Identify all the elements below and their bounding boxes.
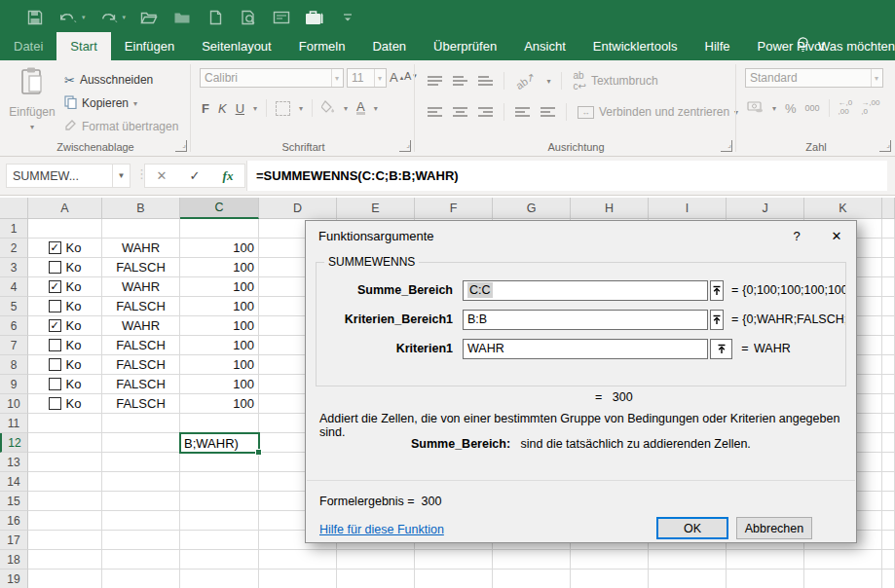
row-header-3[interactable]: 3: [0, 258, 28, 277]
cell-C4[interactable]: 100: [180, 277, 259, 297]
fill-handle[interactable]: [255, 449, 262, 456]
cell-G19[interactable]: [493, 570, 571, 588]
tab-seitenlayout[interactable]: Seitenlayout: [188, 32, 285, 60]
row-header-7[interactable]: 7: [0, 336, 28, 355]
row-header-2[interactable]: 2: [0, 239, 28, 258]
cell-B1[interactable]: [102, 219, 180, 239]
tab-ansicht[interactable]: Ansicht: [510, 32, 579, 60]
cell-A11[interactable]: [28, 414, 102, 433]
font-dialog-launcher[interactable]: ⌟: [399, 140, 411, 152]
cell-partial-1[interactable]: [882, 219, 895, 239]
active-edit-cell[interactable]: B;WAHR): [179, 432, 260, 454]
redo-chevron-icon[interactable]: ▾: [123, 14, 127, 21]
cell-C7[interactable]: 100: [180, 336, 259, 355]
cell-B10[interactable]: FALSCH: [102, 394, 180, 414]
new-document-icon[interactable]: [205, 8, 225, 27]
cell-A3[interactable]: Ko: [28, 258, 102, 277]
column-header-J[interactable]: J: [727, 198, 804, 219]
folder-icon[interactable]: [172, 8, 192, 27]
column-header-F[interactable]: F: [415, 198, 493, 219]
formula-input[interactable]: =SUMMEWENNS(C:C;B:B;WAHR): [246, 161, 887, 191]
cell-partial-18[interactable]: [882, 550, 895, 570]
cell-C9[interactable]: 100: [180, 375, 259, 394]
cell-C11[interactable]: [180, 414, 259, 433]
cell-I18[interactable]: [649, 550, 727, 570]
cell-D19[interactable]: [259, 570, 337, 588]
column-header-D[interactable]: D: [259, 198, 337, 219]
cell-B8[interactable]: FALSCH: [102, 355, 180, 375]
cell-C16[interactable]: [180, 511, 259, 531]
column-header-K[interactable]: K: [804, 198, 882, 219]
cell-A7[interactable]: Ko: [28, 336, 102, 355]
select-all-corner[interactable]: [0, 198, 28, 219]
cell-partial-16[interactable]: [882, 511, 895, 531]
cell-A13[interactable]: [28, 453, 102, 472]
clipboard-dialog-launcher[interactable]: ⌟: [175, 140, 187, 152]
column-header-C[interactable]: C: [180, 198, 259, 219]
dialog-help-button[interactable]: ?: [780, 221, 813, 250]
cell-J18[interactable]: [727, 550, 804, 570]
cell-A6[interactable]: ✓Ko: [28, 316, 102, 336]
cell-B7[interactable]: FALSCH: [102, 336, 180, 355]
cell-B17[interactable]: [102, 531, 180, 550]
row-header-17[interactable]: 17: [0, 531, 28, 550]
cell-B6[interactable]: WAHR: [102, 316, 180, 336]
cell-B18[interactable]: [102, 550, 180, 570]
cell-B19[interactable]: [102, 570, 180, 588]
cell-B4[interactable]: WAHR: [102, 277, 180, 297]
collapse-dialog-button[interactable]: [710, 310, 724, 330]
row-header-14[interactable]: 14: [0, 472, 28, 492]
column-header-B[interactable]: B: [102, 198, 180, 219]
cell-C14[interactable]: [180, 472, 259, 492]
column-header-partial[interactable]: [882, 198, 895, 219]
collapse-dialog-button[interactable]: [710, 280, 724, 301]
insert-function-button[interactable]: fx: [211, 168, 244, 184]
cell-partial-6[interactable]: [882, 316, 895, 336]
checkbox-checked[interactable]: ✓: [49, 280, 61, 293]
cell-A15[interactable]: [28, 492, 102, 511]
cell-A8[interactable]: Ko: [28, 355, 102, 375]
customize-quick-access-icon[interactable]: [338, 8, 357, 27]
cell-C15[interactable]: [180, 492, 259, 511]
cell-partial-11[interactable]: [882, 414, 895, 433]
argument-input-kriterien_bereich1[interactable]: B:B: [463, 310, 708, 330]
cell-C2[interactable]: 100: [180, 239, 259, 258]
row-header-16[interactable]: 16: [0, 511, 28, 531]
cell-F19[interactable]: [415, 570, 493, 588]
cell-partial-10[interactable]: [882, 394, 895, 414]
tab-hilfe[interactable]: Hilfe: [691, 32, 744, 60]
row-header-6[interactable]: 6: [0, 316, 28, 336]
cell-C5[interactable]: 100: [180, 297, 259, 316]
undo-chevron-icon[interactable]: ▾: [82, 14, 86, 21]
cell-partial-7[interactable]: [882, 336, 895, 355]
cell-E19[interactable]: [337, 570, 415, 588]
cell-partial-15[interactable]: [882, 492, 895, 511]
cell-H18[interactable]: [571, 550, 649, 570]
cell-partial-3[interactable]: [882, 258, 895, 277]
cell-F18[interactable]: [415, 550, 493, 570]
dialog-close-button[interactable]: ✕: [817, 221, 856, 250]
cell-C10[interactable]: 100: [180, 394, 259, 414]
cell-partial-14[interactable]: [882, 472, 895, 492]
cell-B13[interactable]: [102, 453, 180, 472]
cell-A2[interactable]: ✓Ko: [28, 239, 102, 258]
cell-partial-13[interactable]: [882, 453, 895, 472]
column-header-I[interactable]: I: [649, 198, 727, 219]
checkbox-checked[interactable]: ✓: [49, 319, 61, 332]
cell-J19[interactable]: [727, 570, 804, 588]
cell-B9[interactable]: FALSCH: [102, 375, 180, 394]
number-dialog-launcher[interactable]: ⌟: [879, 140, 891, 152]
column-header-E[interactable]: E: [337, 198, 415, 219]
argument-input-summe_bereich[interactable]: C:C: [463, 280, 708, 301]
cell-C13[interactable]: [180, 453, 259, 472]
cell-B12[interactable]: [102, 433, 180, 453]
cell-A5[interactable]: Ko: [28, 297, 102, 316]
cell-A17[interactable]: [28, 531, 102, 550]
cut-button[interactable]: ✂ Ausschneiden: [64, 69, 153, 91]
cell-A10[interactable]: Ko: [28, 394, 102, 414]
row-header-9[interactable]: 9: [0, 375, 28, 394]
tab-einfügen[interactable]: Einfügen: [111, 32, 188, 60]
cell-partial-19[interactable]: [882, 570, 895, 588]
column-header-A[interactable]: A: [28, 198, 102, 219]
cell-partial-5[interactable]: [882, 297, 895, 316]
